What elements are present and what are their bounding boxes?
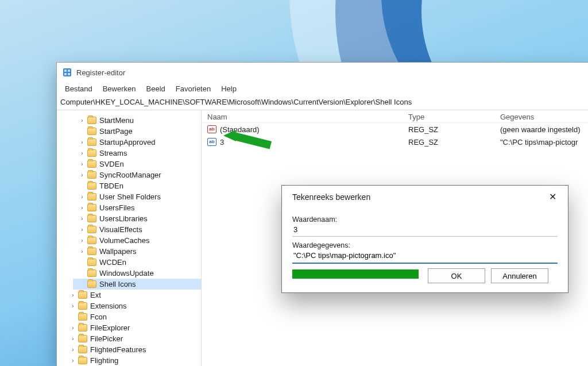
tree-item-label: Streams bbox=[99, 149, 127, 157]
tree-item[interactable]: Fcon bbox=[64, 311, 201, 322]
tree-item[interactable]: WCDEn bbox=[73, 257, 201, 268]
value-data-input[interactable] bbox=[292, 249, 558, 264]
tree-item[interactable]: ›SVDEn bbox=[73, 159, 201, 169]
folder-icon bbox=[87, 248, 96, 255]
tree-item-label: Ext bbox=[90, 291, 101, 299]
tree-item-label: Wallpapers bbox=[99, 247, 137, 256]
tree-item[interactable]: ›FlightedFeatures bbox=[64, 344, 201, 355]
folder-icon bbox=[87, 149, 96, 157]
menu-view[interactable]: Beeld bbox=[146, 84, 165, 93]
titlebar[interactable]: Register-editor bbox=[57, 63, 588, 82]
expander-icon[interactable]: › bbox=[69, 325, 76, 331]
expander-icon[interactable]: › bbox=[79, 248, 86, 255]
folder-icon bbox=[78, 346, 87, 353]
folder-icon bbox=[78, 324, 87, 332]
tree-item[interactable]: ›StartMenu bbox=[73, 115, 201, 126]
folder-icon bbox=[87, 280, 96, 288]
value-data: "C:\PC tips\map-pictogr bbox=[500, 138, 588, 147]
column-data[interactable]: Gegevens bbox=[500, 113, 588, 121]
tree-item-label: Fcon bbox=[90, 313, 107, 321]
menu-help[interactable]: Help bbox=[221, 84, 237, 93]
tree-item[interactable]: ›FilePicker bbox=[64, 333, 201, 344]
folder-icon bbox=[87, 171, 96, 179]
tree-item-label: StartupApproved bbox=[99, 138, 156, 147]
address-bar[interactable]: Computer\HKEY_LOCAL_MACHINE\SOFTWARE\Mic… bbox=[57, 97, 588, 110]
tree-item-label: WindowsUpdate bbox=[99, 269, 154, 278]
tree-item[interactable]: ›User Shell Folders bbox=[73, 191, 201, 202]
string-value-icon bbox=[207, 138, 216, 146]
value-name-field: 3 bbox=[292, 224, 558, 237]
expander-icon[interactable]: › bbox=[79, 172, 86, 178]
tree-item[interactable]: ›Extensions bbox=[64, 300, 201, 311]
tree-item[interactable]: ›FileExplorer bbox=[64, 322, 201, 333]
folder-icon bbox=[87, 259, 96, 266]
folder-icon bbox=[87, 204, 96, 211]
tree-item-label: FlightedFeatures bbox=[90, 345, 146, 354]
tree-item-label: StartMenu bbox=[99, 116, 134, 125]
tree-item[interactable]: ›Streams bbox=[73, 148, 201, 159]
close-icon[interactable]: ✕ bbox=[546, 191, 560, 203]
tree-item[interactable]: StartPage bbox=[73, 126, 201, 137]
tree-item-label: Extensions bbox=[90, 302, 127, 310]
tree-item[interactable]: ›Ext bbox=[64, 290, 201, 300]
expander-icon[interactable]: › bbox=[69, 292, 76, 298]
folder-icon bbox=[87, 215, 96, 222]
expander-icon[interactable]: › bbox=[69, 336, 76, 342]
tree-item[interactable]: ›VisualEffects bbox=[73, 224, 201, 235]
value-type: REG_SZ bbox=[408, 125, 500, 134]
registry-tree[interactable]: ›StartMenuStartPage›StartupApproved›Stre… bbox=[57, 110, 202, 366]
expander-icon[interactable]: › bbox=[79, 226, 86, 233]
list-header: Naam Type Gegevens bbox=[202, 110, 588, 123]
expander-icon[interactable]: › bbox=[79, 215, 86, 222]
tree-item-label: FilePicker bbox=[90, 334, 123, 343]
svg-rect-2 bbox=[68, 70, 70, 72]
tree-item[interactable]: ›SyncRootManager bbox=[73, 169, 201, 180]
svg-rect-4 bbox=[68, 73, 70, 75]
menu-edit[interactable]: Bewerken bbox=[103, 84, 136, 93]
column-name[interactable]: Naam bbox=[202, 113, 408, 121]
tree-item-label: FileExplorer bbox=[90, 323, 130, 332]
value-type: REG_SZ bbox=[408, 138, 500, 147]
tree-item-label: UsersFiles bbox=[99, 203, 134, 212]
expander-icon[interactable]: › bbox=[79, 139, 86, 145]
folder-icon bbox=[78, 357, 87, 364]
folder-icon bbox=[87, 269, 96, 277]
tree-item[interactable]: ›StartupApproved bbox=[73, 137, 201, 148]
column-type[interactable]: Type bbox=[408, 113, 500, 121]
folder-icon bbox=[78, 313, 87, 321]
tree-item[interactable]: TBDEn bbox=[73, 180, 201, 191]
expander-icon[interactable]: › bbox=[79, 194, 86, 200]
ok-button[interactable]: OK bbox=[428, 268, 485, 283]
annotation-highlight bbox=[292, 269, 419, 279]
folder-icon bbox=[87, 226, 96, 233]
tree-item[interactable]: ›Wallpapers bbox=[73, 246, 201, 257]
tree-item[interactable]: ›UsersFiles bbox=[73, 202, 201, 213]
expander-icon[interactable]: › bbox=[79, 117, 86, 124]
string-value-icon bbox=[207, 125, 216, 133]
cancel-button[interactable]: Annuleren bbox=[491, 268, 548, 283]
expander-icon[interactable]: › bbox=[79, 161, 86, 167]
svg-rect-1 bbox=[64, 70, 67, 72]
tree-item[interactable]: ›VolumeCaches bbox=[73, 235, 201, 246]
tree-item-label: Flighting bbox=[90, 356, 118, 365]
expander-icon[interactable]: › bbox=[69, 346, 76, 353]
expander-icon[interactable]: › bbox=[69, 303, 76, 309]
tree-item-label: SyncRootManager bbox=[99, 171, 161, 179]
folder-icon bbox=[87, 138, 96, 146]
tree-item[interactable]: Shell Icons bbox=[73, 279, 201, 290]
expander-icon[interactable]: › bbox=[79, 237, 86, 244]
menu-file[interactable]: Bestand bbox=[65, 84, 92, 93]
value-data-label: Waardegegevens: bbox=[292, 241, 558, 249]
tree-item[interactable]: ›Flighting bbox=[64, 355, 201, 366]
expander-icon[interactable]: › bbox=[79, 150, 86, 156]
folder-icon bbox=[87, 237, 96, 244]
menu-favorites[interactable]: Favorieten bbox=[176, 84, 211, 93]
tree-item[interactable]: WindowsUpdate bbox=[73, 268, 201, 279]
expander-icon[interactable]: › bbox=[79, 205, 86, 211]
value-data: (geen waarde ingesteld) bbox=[500, 125, 588, 134]
expander-icon[interactable]: › bbox=[69, 357, 76, 364]
folder-icon bbox=[78, 302, 87, 310]
tree-item-label: UsersLibraries bbox=[99, 214, 148, 223]
tree-item[interactable]: ›UsersLibraries bbox=[73, 213, 201, 224]
tree-item-label: Shell Icons bbox=[99, 280, 136, 288]
